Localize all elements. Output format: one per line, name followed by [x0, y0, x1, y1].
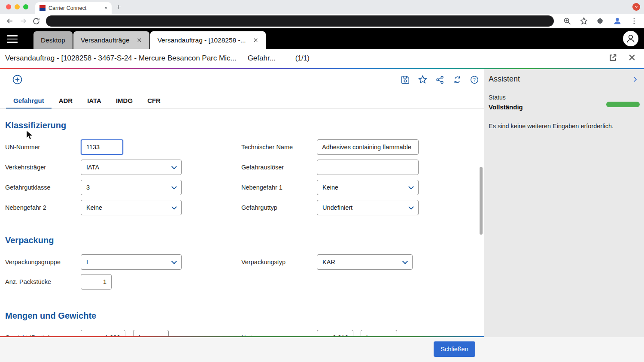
open-in-new-window-button[interactable] — [608, 53, 617, 64]
browser-menu-button[interactable] — [629, 15, 640, 27]
vertical-scrollbar[interactable] — [480, 167, 483, 235]
refresh-button[interactable] — [453, 75, 462, 86]
tab-label: Gefahrgut — [13, 97, 44, 104]
detail-tab-bar: Gefahrgut ADR IATA IMDG CFR — [6, 94, 168, 109]
document-subtitle: Gefahr... — [248, 54, 276, 63]
status-label: Status — [489, 94, 506, 101]
zoom-button[interactable] — [562, 15, 573, 27]
bookmark-button[interactable] — [578, 15, 589, 27]
app-tab-label: Versandauftrag - [1028258 -... — [158, 36, 246, 44]
extensions-button[interactable] — [595, 15, 606, 27]
close-icon — [628, 53, 636, 62]
close-document-button[interactable] — [628, 53, 636, 63]
tab-close-icon[interactable] — [104, 6, 108, 10]
nebengefahr1-select[interactable]: Keine — [317, 180, 419, 195]
app-tab-versandauftrag-active[interactable]: Versandauftrag - [1028258 -... — [150, 31, 266, 49]
assistant-message: Es sind keine weiteren Eingaben erforder… — [489, 123, 614, 130]
carrier-connect-favicon — [39, 5, 46, 11]
tab-adr[interactable]: ADR — [52, 94, 80, 109]
assistant-collapse-button[interactable] — [631, 75, 639, 85]
chevron-down-icon — [171, 184, 177, 190]
minimize-window-button[interactable] — [15, 4, 20, 9]
browser-update-badge[interactable] — [632, 3, 640, 11]
gefahrgutklasse-label: Gefahrgutklasse — [5, 180, 51, 195]
tab-imdg[interactable]: IMDG — [109, 94, 140, 109]
chevron-down-icon — [408, 184, 414, 190]
tab-divider — [0, 109, 484, 109]
kebab-menu-icon — [630, 17, 638, 25]
address-bar[interactable] — [46, 15, 554, 27]
select-value: KAR — [322, 259, 335, 265]
sync-icon — [453, 75, 462, 84]
section-title-klassifizierung: Klassifizierung — [5, 121, 66, 130]
new-tab-button[interactable] — [112, 0, 125, 14]
app-tab-desktop[interactable]: Desktop — [33, 31, 73, 49]
chevron-down-icon — [171, 204, 177, 210]
profile-icon — [613, 16, 622, 26]
zoom-icon — [563, 17, 571, 25]
verpackungstyp-label: Verpackungstyp — [241, 254, 286, 270]
maximize-window-button[interactable] — [23, 4, 28, 9]
section-title-mengen: Mengen und Gewichte — [5, 311, 96, 321]
close-icon[interactable] — [137, 37, 142, 43]
share-icon — [435, 75, 445, 84]
share-button[interactable] — [435, 75, 445, 86]
select-value: IATA — [86, 164, 99, 171]
un-nummer-input[interactable] — [81, 139, 123, 155]
browser-tab-title: Carrier Connect — [49, 5, 101, 11]
chevron-right-icon — [631, 75, 639, 83]
browser-tab[interactable]: Carrier Connect — [35, 2, 112, 14]
close-icon[interactable] — [253, 37, 258, 43]
tab-label: ADR — [59, 97, 73, 104]
verkehrstraeger-select[interactable]: IATA — [81, 160, 182, 175]
verkehrstraeger-label: Verkehrsträger — [5, 160, 46, 175]
user-avatar[interactable] — [623, 31, 638, 46]
chevron-down-icon — [408, 204, 414, 210]
gefahrausloeser-input[interactable] — [317, 160, 419, 175]
reload-icon — [32, 17, 40, 25]
tab-label: IMDG — [116, 97, 133, 104]
save-button[interactable] — [401, 75, 410, 86]
status-value: Vollständig — [489, 103, 523, 111]
app-tab-bar: Desktop Versandaufträge Versandauftrag -… — [33, 28, 266, 49]
verpackungstyp-select[interactable]: KAR — [317, 254, 413, 270]
reload-button[interactable] — [31, 15, 42, 27]
app-tab-versandauftraege[interactable]: Versandaufträge — [73, 31, 149, 49]
form-content: ? Gefahrgut ADR IATA IMDG CFR Klassifizi… — [0, 69, 484, 337]
favorite-button[interactable] — [418, 75, 428, 86]
chevron-down-icon — [171, 259, 177, 264]
schliessen-button[interactable]: Schließen — [434, 341, 475, 357]
document-title: Versandauftrag - [1028258 - 3467-S-24 - … — [5, 54, 237, 63]
document-title-bar: Versandauftrag - [1028258 - 3467-S-24 - … — [0, 49, 644, 68]
window-controls — [0, 0, 35, 14]
tab-cfr[interactable]: CFR — [140, 94, 168, 109]
back-arrow-icon — [6, 17, 14, 25]
help-button[interactable]: ? — [470, 75, 479, 86]
puzzle-icon — [596, 17, 605, 25]
tab-gefahrgut[interactable]: Gefahrgut — [6, 94, 52, 109]
form-action-bar: ? — [401, 75, 479, 86]
verpackungsgruppe-select[interactable]: I — [81, 254, 182, 270]
add-button[interactable] — [12, 74, 23, 87]
nebengefahr2-select[interactable]: Keine — [81, 200, 182, 215]
close-window-button[interactable] — [6, 4, 11, 9]
back-button[interactable] — [4, 15, 15, 27]
gefahrgutklasse-select[interactable]: 3 — [81, 180, 182, 195]
assistant-title: Assistent — [489, 75, 520, 84]
plus-icon — [116, 4, 122, 10]
forward-button[interactable] — [18, 15, 28, 27]
hamburger-menu-button[interactable] — [7, 35, 18, 43]
open-in-new-icon — [608, 53, 617, 62]
gefahrguttyp-select[interactable]: Undefiniert — [317, 200, 419, 215]
tab-label: CFR — [147, 97, 161, 104]
browser-toolbar — [0, 14, 644, 28]
anz-packstuecke-input[interactable] — [81, 274, 112, 290]
select-value: Undefiniert — [322, 204, 352, 211]
status-progress-bar — [606, 102, 640, 107]
tab-iata[interactable]: IATA — [80, 94, 109, 109]
technischer-name-input[interactable] — [317, 139, 419, 155]
chevron-down-icon — [402, 259, 408, 264]
select-value: I — [86, 259, 88, 265]
un-nummer-label: UN-Nummer — [5, 139, 40, 155]
browser-profile-button[interactable] — [612, 15, 623, 27]
